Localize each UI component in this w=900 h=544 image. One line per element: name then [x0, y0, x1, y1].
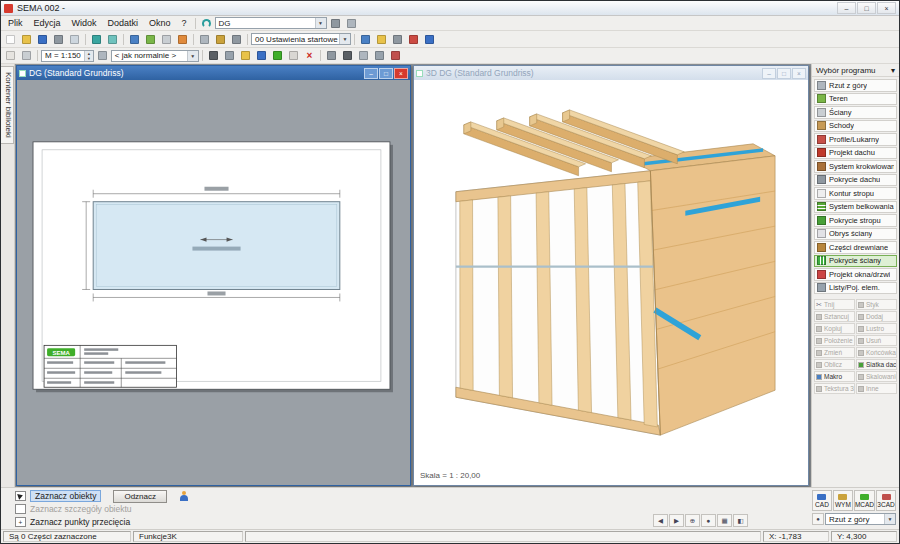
pencil-yellow-icon[interactable]	[238, 49, 253, 62]
view3d-window-titlebar[interactable]: 3D DG (Standard Grundriss) – □ ×	[414, 66, 808, 80]
program-item-profile-lukarny[interactable]: Profile/Lukarny	[814, 133, 897, 146]
scale-spinner[interactable]: M = 1:150 ▴ ▾	[41, 50, 94, 62]
select-objects-label[interactable]: Zaznacz obiekty	[30, 490, 101, 502]
text-icon[interactable]	[340, 49, 355, 62]
menu-edycja[interactable]: Edycja	[29, 17, 66, 29]
tool-usun[interactable]: Usuń	[856, 335, 897, 346]
intersection-point-icon[interactable]: +	[15, 517, 26, 527]
level-down-icon[interactable]	[344, 17, 359, 30]
plan-close-button[interactable]: ×	[394, 68, 408, 79]
refresh-icon[interactable]	[199, 17, 214, 30]
program-item-projekt-dachu[interactable]: Projekt dachu	[814, 147, 897, 160]
select-icon[interactable]	[3, 49, 18, 62]
tool-siatka-dachu[interactable]: Siatka dachu	[856, 359, 897, 370]
view3d-minimize-button[interactable]: –	[762, 68, 776, 79]
camera-icon[interactable]	[390, 33, 405, 46]
pan-left-icon[interactable]: ◀	[653, 514, 668, 527]
preset-combo[interactable]: 00 Ustawienia startowe ▼	[251, 33, 351, 45]
view-combo[interactable]: Rzut z góry ▼	[825, 513, 896, 525]
pan-right-icon[interactable]: ▶	[669, 514, 684, 527]
print-preview-icon[interactable]	[67, 33, 82, 46]
tool-polozenie[interactable]: Położenie	[814, 335, 855, 346]
pencil-blue-icon[interactable]	[254, 49, 269, 62]
menu-help[interactable]: ?	[177, 17, 192, 29]
tool-sztancuj[interactable]: Sztancuj	[814, 311, 855, 322]
program-item-kontur-stropu[interactable]: Kontur stropu	[814, 187, 897, 200]
plan-canvas[interactable]: SEMA	[17, 80, 410, 485]
program-panel-header[interactable]: Wybór programu ▾	[812, 64, 899, 77]
eraser-icon[interactable]	[286, 49, 301, 62]
tool-dodaj[interactable]: Dodaj	[856, 311, 897, 322]
program-item-system-belkowania[interactable]: System belkowania	[814, 201, 897, 214]
save-icon[interactable]	[35, 33, 50, 46]
tool-inne[interactable]: Inne	[856, 383, 897, 394]
open-folder-icon[interactable]	[19, 33, 34, 46]
point-snap-icon[interactable]: ●	[701, 514, 716, 527]
person-icon[interactable]	[179, 491, 189, 502]
plan-maximize-button[interactable]: □	[379, 68, 393, 79]
display-mode-icon[interactable]	[358, 33, 373, 46]
model-canvas[interactable]	[414, 80, 808, 485]
select-cursor-icon[interactable]	[15, 491, 26, 501]
flag-icon[interactable]	[406, 33, 421, 46]
measure-icon[interactable]	[175, 33, 190, 46]
tool-zmien[interactable]: Zmień	[814, 347, 855, 358]
light-icon[interactable]	[374, 33, 389, 46]
program-item-projekt-okna-drzwi[interactable]: Projekt okna/drzwi	[814, 268, 897, 281]
info-icon[interactable]	[422, 33, 437, 46]
menu-widok[interactable]: Widok	[67, 17, 102, 29]
program-item-pokrycie-stropu[interactable]: Pokrycie stropu	[814, 214, 897, 227]
minimize-button[interactable]: –	[837, 2, 856, 14]
plan-minimize-button[interactable]: –	[364, 68, 378, 79]
draw-line-icon[interactable]	[206, 49, 221, 62]
view3d-close-button[interactable]: ×	[792, 68, 806, 79]
program-item-listy[interactable]: Listy/Poj. elem.	[814, 282, 897, 295]
pan-icon[interactable]	[159, 33, 174, 46]
group-icon[interactable]	[372, 49, 387, 62]
program-item-pokrycie-dachu[interactable]: Pokrycie dachu	[814, 174, 897, 187]
draw-rect-icon[interactable]	[222, 49, 237, 62]
shade-view-icon[interactable]: ◧	[733, 514, 748, 527]
zoom-scale-icon[interactable]	[95, 49, 110, 62]
new-file-icon[interactable]	[3, 33, 18, 46]
deselect-button[interactable]: Odznacz	[113, 490, 167, 503]
program-item-czesci-drewniane[interactable]: Części drewniane	[814, 241, 897, 254]
spin-down-icon[interactable]: ▾	[85, 56, 93, 61]
select-intersections-label[interactable]: Zaznacz punkty przecięcia	[30, 517, 130, 527]
select-details-icon[interactable]	[15, 504, 26, 514]
dimension-icon[interactable]	[324, 49, 339, 62]
mode-combo[interactable]: < jak normalnie > ▼	[111, 50, 199, 62]
select-details-label[interactable]: Zaznacz szczegóły obiektu	[30, 504, 132, 514]
paint-icon[interactable]	[270, 49, 285, 62]
menu-dodatki[interactable]: Dodatki	[103, 17, 144, 29]
view3d-maximize-button[interactable]: □	[777, 68, 791, 79]
undo-icon[interactable]	[89, 33, 104, 46]
program-item-teren[interactable]: Teren	[814, 93, 897, 106]
tool-lustro[interactable]: Lustro	[856, 323, 897, 334]
grid-view-icon[interactable]: ▦	[717, 514, 732, 527]
program-item-rzut-z-gory[interactable]: Rzut z góry	[814, 79, 897, 92]
tool-koncowka[interactable]: Końcówka	[856, 347, 897, 358]
tool-tnij[interactable]: ✂Tnij	[814, 299, 855, 310]
settings-icon[interactable]	[229, 33, 244, 46]
deselect-icon[interactable]	[19, 49, 34, 62]
layers-icon[interactable]	[213, 33, 228, 46]
mcad-button[interactable]: MCAD	[854, 490, 875, 511]
level-combo[interactable]: DG ▼	[215, 17, 327, 29]
explode-icon[interactable]	[388, 49, 403, 62]
view-lock-icon[interactable]: ●	[812, 513, 824, 525]
zoom-all-icon[interactable]	[143, 33, 158, 46]
menu-okno[interactable]: Okno	[144, 17, 176, 29]
maximize-button[interactable]: □	[857, 2, 876, 14]
tool-makro[interactable]: Makro	[814, 371, 855, 382]
tool-styk[interactable]: Styk	[856, 299, 897, 310]
redo-icon[interactable]	[105, 33, 120, 46]
hatch-icon[interactable]	[356, 49, 371, 62]
level-up-icon[interactable]	[328, 17, 343, 30]
zoom-window-icon[interactable]	[127, 33, 142, 46]
print-icon[interactable]	[51, 33, 66, 46]
cad-button[interactable]: CAD	[812, 490, 832, 511]
program-item-obrys-sciany[interactable]: Obrys ściany	[814, 228, 897, 241]
tool-oblicz[interactable]: Oblicz	[814, 359, 855, 370]
close-button[interactable]: ×	[877, 2, 896, 14]
